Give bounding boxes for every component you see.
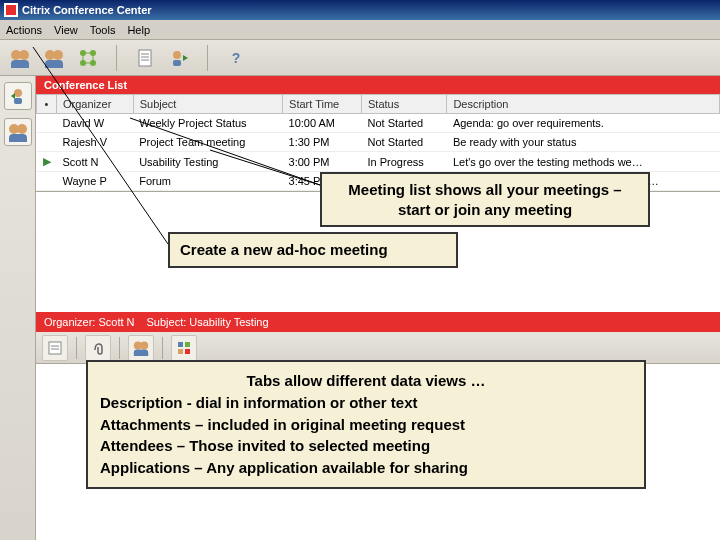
- callout-meeting-list: Meeting list shows all your meetings – s…: [320, 172, 650, 227]
- callout-tabs-intro: Tabs allow different data views …: [100, 370, 632, 392]
- col-description[interactable]: Description: [447, 95, 720, 114]
- description-icon: [47, 340, 63, 356]
- people-icon: [7, 122, 29, 142]
- callout-adhoc: Create a new ad-hoc meeting: [168, 232, 458, 268]
- detail-header: Organizer: Scott N Subject: Usability Te…: [36, 312, 720, 332]
- callout-atn-label: Attendees: [100, 437, 173, 454]
- applications-icon: [176, 340, 192, 356]
- people-icon: [43, 48, 65, 68]
- menubar: Actions View Tools Help: [0, 20, 720, 40]
- cell-start: 10:00 AM: [283, 114, 362, 133]
- app-icon: [4, 3, 18, 17]
- cell-status: In Progress: [362, 152, 447, 172]
- help-context-button[interactable]: ?: [222, 44, 250, 72]
- cell-subject: Weekly Project Status: [133, 114, 282, 133]
- cell-organizer: Rajesh V: [57, 133, 134, 152]
- tab-attendees[interactable]: [128, 335, 154, 361]
- grid-header-row: • Organizer Subject Start Time Status De…: [37, 95, 720, 114]
- paperclip-icon: [90, 340, 106, 356]
- cell-start: 3:00 PM: [283, 152, 362, 172]
- svg-rect-22: [185, 349, 190, 354]
- cell-description: Be ready with your status: [447, 133, 720, 152]
- svg-rect-10: [173, 60, 181, 66]
- svg-rect-14: [14, 98, 22, 104]
- menu-actions[interactable]: Actions: [6, 24, 42, 36]
- toolbar: ?: [0, 40, 720, 76]
- svg-rect-0: [6, 5, 16, 15]
- svg-rect-20: [185, 342, 190, 347]
- svg-rect-16: [49, 342, 61, 354]
- col-organizer[interactable]: Organizer: [57, 95, 134, 114]
- titlebar: Citrix Conference Center: [0, 0, 720, 20]
- toolbar-separator: [116, 45, 117, 71]
- tab-applications[interactable]: [171, 335, 197, 361]
- document-icon: [137, 49, 153, 67]
- tab-description[interactable]: [42, 335, 68, 361]
- session-icon: [78, 48, 98, 68]
- cell-start: 1:30 PM: [283, 133, 362, 152]
- cell-subject: Forum: [133, 172, 282, 191]
- detail-toolbar-separator: [162, 337, 163, 359]
- svg-marker-15: [11, 93, 15, 99]
- col-marker[interactable]: •: [37, 95, 57, 114]
- svg-marker-11: [183, 55, 188, 61]
- sidebar-attendees-button[interactable]: [4, 118, 32, 146]
- cell-description: Let's go over the testing methods we…: [447, 152, 720, 172]
- people-arrow-icon: [9, 87, 27, 105]
- cell-status: Not Started: [362, 133, 447, 152]
- table-row[interactable]: ▶ Scott N Usability Testing 3:00 PM In P…: [37, 152, 720, 172]
- conference-list-header: Conference List: [36, 76, 720, 94]
- detail-toolbar-separator: [76, 337, 77, 359]
- svg-point-13: [14, 89, 22, 97]
- menu-help[interactable]: Help: [127, 24, 150, 36]
- detail-org-label: Organizer:: [44, 316, 95, 328]
- session-button[interactable]: [74, 44, 102, 72]
- callout-app-tail: – Any application available for sharing: [190, 459, 468, 476]
- document-button[interactable]: [131, 44, 159, 72]
- cell-description: Agenda: go over requirements.: [447, 114, 720, 133]
- sidebar-join-button[interactable]: [4, 82, 32, 110]
- callout-atn-tail: – Those invited to selected meeting: [173, 437, 431, 454]
- cell-subject: Usability Testing: [133, 152, 282, 172]
- svg-text:?: ?: [232, 50, 241, 66]
- sidebar: [0, 76, 36, 540]
- cell-organizer: Wayne P: [57, 172, 134, 191]
- detail-subj-value: Usability Testing: [189, 316, 268, 328]
- callout-desc-tail: - dial in information or other text: [183, 394, 418, 411]
- svg-rect-5: [139, 50, 151, 66]
- callout-tabs: Tabs allow different data views … Descri…: [86, 360, 646, 489]
- cell-organizer: Scott N: [57, 152, 134, 172]
- table-row[interactable]: Rajesh V Project Team meeting 1:30 PM No…: [37, 133, 720, 152]
- menu-view[interactable]: View: [54, 24, 78, 36]
- callout-att-label: Attachments: [100, 416, 191, 433]
- cell-organizer: David W: [57, 114, 134, 133]
- svg-rect-19: [178, 342, 183, 347]
- detail-subj-label: Subject:: [147, 316, 187, 328]
- new-meeting-button[interactable]: [6, 44, 34, 72]
- svg-rect-21: [178, 349, 183, 354]
- person-play-icon: [170, 49, 188, 67]
- callout-desc-label: Description: [100, 394, 183, 411]
- detail-toolbar-separator: [119, 337, 120, 359]
- window-title: Citrix Conference Center: [22, 4, 152, 16]
- attendees-button[interactable]: [40, 44, 68, 72]
- tab-attachments[interactable]: [85, 335, 111, 361]
- callout-app-label: Applications: [100, 459, 190, 476]
- svg-point-9: [173, 51, 181, 59]
- people-new-icon: [9, 48, 31, 68]
- start-meeting-button[interactable]: [165, 44, 193, 72]
- col-subject[interactable]: Subject: [133, 95, 282, 114]
- help-icon: ?: [227, 49, 245, 67]
- detail-org-value: Scott N: [98, 316, 134, 328]
- table-row[interactable]: David W Weekly Project Status 10:00 AM N…: [37, 114, 720, 133]
- cell-subject: Project Team meeting: [133, 133, 282, 152]
- col-start[interactable]: Start Time: [283, 95, 362, 114]
- toolbar-separator: [207, 45, 208, 71]
- col-status[interactable]: Status: [362, 95, 447, 114]
- people-icon: [132, 340, 150, 356]
- callout-att-tail: – included in original meeting request: [191, 416, 465, 433]
- cell-status: Not Started: [362, 114, 447, 133]
- menu-tools[interactable]: Tools: [90, 24, 116, 36]
